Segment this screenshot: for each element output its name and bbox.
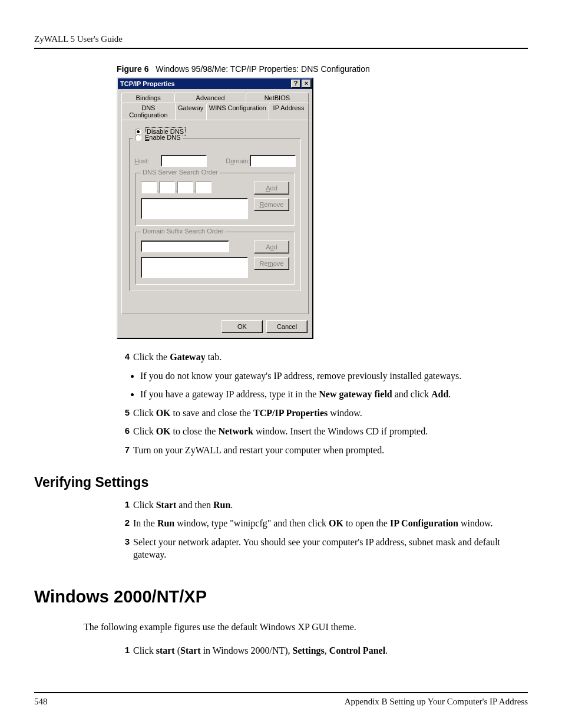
tab-netbios[interactable]: NetBIOS	[246, 93, 309, 103]
step-text: Click the	[133, 352, 170, 362]
domain-label: Domain:	[226, 157, 250, 164]
step-text: to open the	[343, 518, 390, 528]
step-number: 7	[117, 444, 130, 457]
step-text: window.	[328, 408, 362, 418]
step-text: in Windows 2000/NT),	[201, 645, 293, 655]
step-text: .	[230, 500, 233, 510]
domain-suffix-search-order-group: Domain Suffix Search Order Add Remove	[135, 232, 295, 285]
step-text: (	[175, 645, 180, 655]
domain-suffix-remove-button[interactable]: Remove	[254, 257, 289, 270]
step-text: .	[385, 645, 388, 655]
step-text: to save and close the	[171, 408, 253, 418]
domain-suffix-input[interactable]	[141, 241, 229, 252]
step-text: window. Insert the Windows CD if prompte…	[253, 426, 428, 436]
step-text-bold: OK	[156, 426, 171, 436]
step-4: 4 Click the Gateway tab.	[117, 351, 528, 364]
step-text-bold: TCP/IP Properties	[253, 408, 328, 418]
verifying-step-3: 3 Select your network adapter. You shoul…	[117, 536, 528, 561]
step-number: 1	[117, 499, 130, 512]
step-7: 7 Turn on your ZyWALL and restart your c…	[117, 444, 528, 457]
step-text: Click	[133, 500, 156, 510]
step-text: Click	[133, 426, 156, 436]
titlebar[interactable]: TCP/IP Properties ? ×	[118, 78, 312, 89]
radio-enable-dns[interactable]: Enable DNS	[135, 134, 181, 141]
bullet-text: .	[448, 389, 451, 399]
ok-button[interactable]: OK	[222, 320, 263, 333]
step-text: to close the	[171, 426, 219, 436]
tab-advanced[interactable]: Advanced	[174, 93, 246, 103]
step-number: 4	[117, 351, 130, 364]
tab-dns-configuration[interactable]: DNS Configuration	[121, 103, 176, 120]
tab-wins-configuration[interactable]: WINS Configuration	[206, 103, 270, 120]
bullet-text: If you have a gateway IP address, type i…	[140, 389, 319, 399]
radio-dot-icon	[135, 134, 141, 141]
domain-suffix-add-button[interactable]: Add	[254, 241, 289, 253]
step-text-bold: IP Configuration	[390, 518, 458, 528]
appendix-label: Appendix B Setting up Your Computer's IP…	[345, 697, 528, 707]
verifying-step-2: 2 In the Run window, type "winipcfg" and…	[117, 517, 528, 530]
step-text-bold: Settings	[293, 645, 325, 655]
step-number: 5	[117, 407, 130, 420]
dns-server-listbox[interactable]	[141, 198, 248, 219]
dns-remove-button[interactable]: Remove	[254, 198, 289, 211]
step-text-bold: Gateway	[170, 352, 205, 362]
step-6: 6 Click OK to close the Network window. …	[117, 425, 528, 438]
win2000-step-1: 1 Click start (Start in Windows 2000/NT)…	[117, 644, 528, 657]
radio-enable-dns-label: Enable DNS	[145, 134, 181, 141]
step-text-bold: Run	[213, 500, 230, 510]
tab-row-front: DNS Configuration Gateway WINS Configura…	[121, 103, 309, 120]
step-text-bold: OK	[329, 518, 343, 528]
step-text-bold: Start	[156, 500, 177, 510]
step-text-bold: Run	[157, 518, 174, 528]
cancel-button[interactable]: Cancel	[266, 320, 308, 333]
dialog-title: TCP/IP Properties	[120, 80, 175, 87]
step-text: ,	[325, 645, 329, 655]
step-text-bold: Start	[180, 645, 201, 655]
bullet-text: If you do not know your gateway's IP add…	[140, 371, 461, 381]
step-number: 1	[117, 644, 130, 657]
dns-server-search-order-label: DNS Server Search Order	[141, 169, 220, 176]
bullet-text-bold: Add	[431, 389, 448, 399]
tab-ip-address[interactable]: IP Address	[269, 103, 309, 120]
heading-windows-2000-nt-xp: Windows 2000/NT/XP	[34, 587, 528, 607]
dns-server-search-order-group: DNS Server Search Order ... Add Remov	[135, 173, 295, 226]
tab-row-back: Bindings Advanced NetBIOS	[121, 93, 309, 103]
tab-bindings[interactable]: Bindings	[121, 93, 175, 103]
host-label: Host:	[134, 157, 161, 164]
bullet-text: and click	[392, 389, 431, 399]
tab-gateway[interactable]: Gateway	[175, 103, 207, 120]
step-number: 3	[117, 536, 130, 561]
figure-caption-text: Windows 95/98/Me: TCP/IP Properties: DNS…	[156, 64, 370, 74]
page-footer: 548 Appendix B Setting up Your Computer'…	[34, 692, 528, 707]
domain-input[interactable]	[250, 155, 296, 167]
step-text-bold: Network	[218, 426, 253, 436]
step-text: Click	[133, 645, 156, 655]
close-button[interactable]: ×	[302, 80, 311, 88]
step-4-bullet-1: If you do not know your gateway's IP add…	[140, 370, 528, 383]
step-text: tab.	[206, 352, 222, 362]
step-4-bullet-2: If you have a gateway IP address, type i…	[140, 388, 528, 401]
step-text: Click	[133, 408, 156, 418]
step-text: window, type "winipcfg" and then click	[174, 518, 329, 528]
step-number: 6	[117, 425, 130, 438]
figure-caption: Figure 6 Windows 95/98/Me: TCP/IP Proper…	[117, 64, 528, 74]
step-text: window.	[458, 518, 493, 528]
verifying-step-1: 1 Click Start and then Run.	[117, 499, 528, 512]
bullet-text-bold: New gateway field	[319, 389, 392, 399]
running-header: ZyWALL 5 User's Guide	[34, 34, 528, 49]
figure-label: Figure 6	[117, 64, 148, 74]
step-5: 5 Click OK to save and close the TCP/IP …	[117, 407, 528, 420]
step-text-bold: Control Panel	[329, 645, 385, 655]
step-text: Turn on your ZyWALL and restart your com…	[133, 444, 528, 457]
step-text-bold: start	[156, 645, 175, 655]
domain-suffix-search-order-label: Domain Suffix Search Order	[141, 228, 225, 235]
step-text: Select your network adapter. You should …	[133, 536, 528, 561]
dns-add-button[interactable]: Add	[254, 182, 289, 195]
help-button[interactable]: ?	[291, 80, 300, 88]
step-text: In the	[133, 518, 157, 528]
heading-verifying-settings: Verifying Settings	[34, 475, 528, 490]
dns-ip-input[interactable]: ...	[141, 182, 211, 193]
host-input[interactable]	[161, 155, 207, 167]
step-number: 2	[117, 517, 130, 530]
domain-suffix-listbox[interactable]	[141, 257, 248, 278]
